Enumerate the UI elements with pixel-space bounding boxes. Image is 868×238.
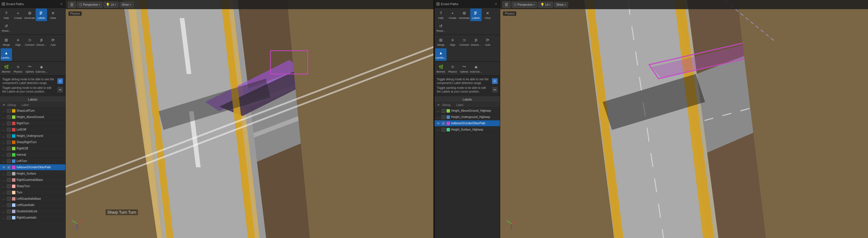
label-row[interactable]: ◡Height_Underground_Highway (435, 114, 500, 120)
r-tb-labels[interactable]: Labels (470, 8, 482, 21)
tb-labels[interactable]: Labels (36, 8, 47, 21)
eye-icon[interactable]: ◡ (2, 122, 6, 126)
tb-reset[interactable]: ↺ Reset... (1, 21, 12, 34)
eye-icon[interactable]: ◡ (2, 134, 6, 138)
label-row[interactable]: ◡LeftGuardrailsBase (0, 196, 65, 202)
debug-checkbox[interactable] (7, 134, 11, 138)
debug-checkbox[interactable] (7, 147, 11, 151)
eye-icon[interactable]: 👁 (436, 122, 440, 126)
left-panel-close[interactable]: × (59, 2, 64, 6)
debug-checkbox[interactable] (7, 153, 11, 157)
left-labels-list[interactable]: ◡SharpLeftTurn◡Height_AboveGround◡RightT… (0, 108, 65, 238)
debug-checkbox[interactable]: ✓ (7, 165, 11, 169)
tb-create[interactable]: + Create (12, 8, 24, 21)
eye-icon[interactable]: ◡ (2, 209, 6, 213)
r-tb-physics[interactable]: ⚛ Physics (447, 62, 458, 75)
eye-icon[interactable]: ◡ (2, 109, 6, 113)
label-row[interactable]: ◡RightTurn (0, 120, 65, 127)
debug-checkbox[interactable] (7, 209, 11, 213)
label-row[interactable]: ◡Height_AboveGround (0, 114, 65, 120)
debug-checkbox[interactable] (7, 128, 11, 132)
label-row[interactable]: ◡RightGuardrails (0, 215, 65, 221)
eye-icon[interactable]: ◡ (2, 147, 6, 151)
debug-checkbox[interactable] (7, 184, 11, 188)
eye-icon[interactable]: ◡ (436, 115, 440, 119)
r-tb-merge[interactable]: ⊞ Merge (435, 35, 446, 48)
debug-checkbox[interactable] (441, 128, 445, 132)
eye-icon[interactable]: ◡ (436, 128, 440, 132)
tb-help[interactable]: ? Help (1, 8, 12, 21)
tb-generate[interactable]: ⚙ Generate (24, 8, 35, 21)
tb-merge[interactable]: ⊞ Merge (1, 35, 12, 48)
eye-icon[interactable]: ◡ (2, 203, 6, 207)
r-paint-toggle-btn[interactable]: ✏ (492, 87, 498, 92)
label-row[interactable]: ◡LeftCliff (0, 127, 65, 133)
label-row[interactable]: ◡LeftGuardrails (0, 202, 65, 208)
eye-icon[interactable]: ◡ (2, 159, 6, 163)
r-tb-connect[interactable]: ⊃ Connect (459, 35, 470, 48)
right-vp-hamburger[interactable]: ☰ (502, 1, 510, 8)
paint-toggle-btn[interactable]: ✏ (57, 87, 63, 92)
tb-splines[interactable]: 〜 Splines (24, 62, 35, 75)
left-vp-show[interactable]: Show ▾ (120, 2, 133, 7)
label-row[interactable]: ◡SharpTurn (0, 183, 65, 189)
right-vp-perspective[interactable]: ⬡ Perspective ▾ (512, 2, 537, 8)
left-vp-hamburger[interactable]: ☰ (68, 1, 76, 8)
label-row[interactable]: ◡LeftTurn (0, 158, 65, 164)
debug-checkbox[interactable] (7, 122, 11, 126)
r-tb-help[interactable]: ? Help (435, 8, 446, 21)
tb-discon[interactable]: ⊅ Discon... (36, 35, 47, 48)
label-row[interactable]: ◡SharpRightTurn (0, 139, 65, 146)
debug-checkbox[interactable] (7, 191, 11, 194)
left-vp-lit[interactable]: 💡 Lit ▾ (103, 2, 118, 8)
r-tb-discon[interactable]: ⊅ Discon... (470, 35, 482, 48)
label-row[interactable]: 👁✓IsAboveOrUnderOtherPath (435, 120, 500, 127)
eye-icon[interactable]: 👁 (2, 165, 6, 169)
right-labels-list[interactable]: ◡Height_AboveGround_Highway◡Height_Under… (435, 108, 500, 238)
tb-subacto[interactable]: ◈ SubActo... (36, 62, 47, 75)
tb-auto[interactable]: ⟳ Auto (48, 35, 59, 48)
debug-checkbox[interactable] (7, 109, 11, 113)
r-tb-splines[interactable]: 〜 Splines (459, 62, 470, 75)
r-tb-subacto[interactable]: ◈ SubActo... (470, 62, 482, 75)
label-row[interactable]: ◡Height_Surface_Highway (435, 127, 500, 133)
r-tb-align[interactable]: ≡ Align (447, 35, 458, 48)
eye-icon[interactable]: ◡ (2, 216, 6, 220)
debug-checkbox[interactable] (7, 216, 11, 220)
right-panel-close[interactable]: × (494, 2, 498, 6)
debug-checkbox[interactable]: ✓ (441, 122, 445, 126)
r-tb-generate[interactable]: ⚙ Generate (459, 8, 470, 21)
r-tb-auto[interactable]: ⟳ Auto (482, 35, 493, 48)
label-row[interactable]: ◡Interval (0, 152, 65, 158)
debug-checkbox[interactable] (441, 109, 445, 113)
tb-physics[interactable]: ⚛ Physics (12, 62, 24, 75)
tb-landsc[interactable]: ▲ Landsc... (1, 48, 12, 61)
eye-icon[interactable]: ◡ (2, 140, 6, 144)
label-row[interactable]: 👁✓IsAboveOrUnderOtherPath (0, 164, 65, 170)
r-debug-toggle-btn[interactable]: i (492, 78, 498, 84)
r-tb-landsc[interactable]: ▲ Landsc... (435, 48, 446, 61)
debug-toggle-btn[interactable]: i (57, 78, 63, 84)
debug-checkbox[interactable] (7, 115, 11, 119)
eye-icon[interactable]: ◡ (2, 197, 6, 201)
r-tb-create[interactable]: + Create (447, 8, 458, 21)
label-row[interactable]: ◡DoubleSolidLine (0, 208, 65, 215)
r-tb-reset[interactable]: ↺ Reset... (435, 21, 446, 34)
r-tb-clear[interactable]: ✕ Clear (482, 8, 493, 21)
right-vp-show[interactable]: Show ▾ (554, 2, 568, 7)
eye-icon[interactable]: ◡ (436, 109, 440, 113)
eye-icon[interactable]: ◡ (2, 153, 6, 157)
label-row[interactable]: ◡RightCliff (0, 146, 65, 152)
debug-checkbox[interactable] (441, 115, 445, 119)
eye-icon[interactable]: ◡ (2, 191, 6, 194)
debug-checkbox[interactable] (7, 159, 11, 163)
label-row[interactable]: ◡SharpLeftTurn (0, 108, 65, 114)
label-row[interactable]: ◡Height_Underground (0, 133, 65, 139)
debug-checkbox[interactable] (7, 197, 11, 201)
eye-icon[interactable]: ◡ (2, 184, 6, 188)
r-tb-biomes[interactable]: 🌿 Biomes (435, 62, 446, 75)
eye-icon[interactable]: ◡ (2, 178, 6, 182)
eye-icon[interactable]: ◡ (2, 128, 6, 132)
debug-checkbox[interactable] (7, 178, 11, 182)
debug-checkbox[interactable] (7, 172, 11, 176)
